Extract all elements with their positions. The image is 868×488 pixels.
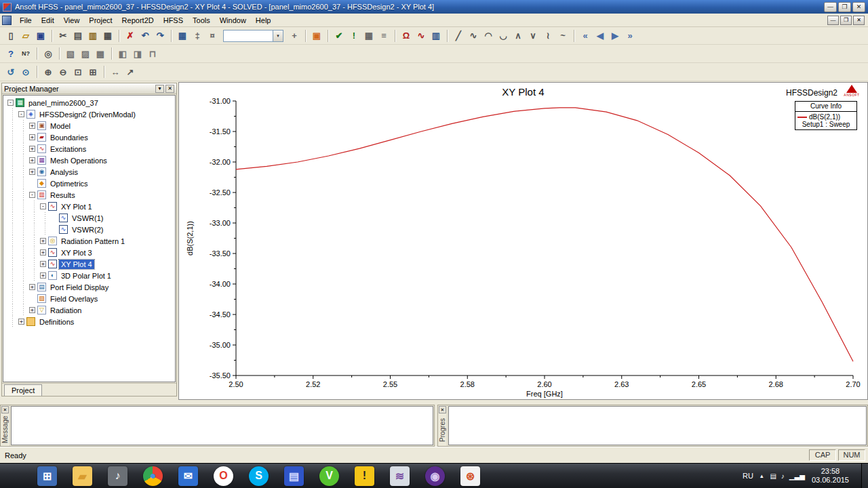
tree-item-excitations[interactable]: Excitations xyxy=(48,144,88,154)
tray-clock[interactable]: 23:58 03.06.2015 xyxy=(812,467,849,485)
next-icon[interactable]: ▶ xyxy=(608,28,623,43)
expand-icon[interactable]: + xyxy=(29,123,35,129)
expand-icon[interactable]: + xyxy=(29,146,35,152)
line-style-3-icon[interactable]: ◠ xyxy=(481,28,496,43)
tree-item-model[interactable]: Model xyxy=(48,121,73,131)
close-button[interactable]: ✕ xyxy=(852,2,865,12)
unite-icon[interactable]: ▧ xyxy=(63,47,78,61)
intersect-icon[interactable]: ▩ xyxy=(93,47,108,61)
taskbar-folder-icon[interactable]: ▰ xyxy=(73,466,92,486)
subtract-icon[interactable]: ▨ xyxy=(78,47,93,61)
tray-network-icon[interactable]: ▁▃▅ xyxy=(789,472,805,480)
save-icon[interactable]: ▣ xyxy=(33,28,48,43)
paste-icon[interactable]: ▥ xyxy=(85,28,100,43)
line-style-1-icon[interactable]: ╱ xyxy=(451,28,466,43)
tree-item-analysis[interactable]: Analysis xyxy=(48,167,80,177)
menu-report2d[interactable]: Report2D xyxy=(117,14,159,26)
collapse-icon[interactable]: - xyxy=(18,111,24,117)
expand-icon[interactable]: + xyxy=(29,284,35,290)
report-icon[interactable]: ▥ xyxy=(429,28,443,43)
taskbar-skype-icon[interactable]: S xyxy=(249,466,269,486)
last-icon[interactable]: » xyxy=(623,28,637,43)
orbit-view-icon[interactable]: ⊙ xyxy=(18,65,33,79)
taskbar-mail-icon[interactable]: ✉ xyxy=(178,466,198,486)
whats-this-icon[interactable]: N? xyxy=(18,47,33,61)
tree-item-field-overlays[interactable]: Field Overlays xyxy=(48,294,100,304)
expand-icon[interactable]: + xyxy=(40,238,46,244)
analyze-icon[interactable]: ! xyxy=(347,28,361,43)
tree-item-xy-plot-3[interactable]: XY Plot 3 xyxy=(59,248,94,258)
mdi-close-button[interactable]: ✕ xyxy=(853,16,865,25)
snap-icon[interactable]: ‡ xyxy=(190,28,205,43)
tree-item-port-field-display[interactable]: Port Field Display xyxy=(48,283,111,292)
prev-icon[interactable]: ◀ xyxy=(593,28,608,43)
collapse-icon[interactable]: - xyxy=(7,100,14,106)
tree-item-definitions[interactable]: Definitions xyxy=(37,317,76,327)
tree-item-vswr-2[interactable]: VSWR(2) xyxy=(70,225,105,235)
tree-item-panel-mimo2600-37[interactable]: panel_mimo2600_37 xyxy=(26,98,100,108)
tree-item-mesh-operations[interactable]: Mesh Operations xyxy=(48,156,109,165)
message-content[interactable] xyxy=(11,406,433,445)
coordinate-system-icon[interactable]: + xyxy=(287,28,302,43)
taskbar-save-icon[interactable]: ▤ xyxy=(284,466,304,486)
panel-close-icon[interactable]: ✕ xyxy=(165,85,174,93)
mdi-restore-button[interactable]: ❐ xyxy=(840,16,852,25)
tree-item-xy-plot-4[interactable]: XY Plot 4 xyxy=(59,260,94,269)
tab-project[interactable]: Project xyxy=(4,384,42,396)
plot-legend[interactable]: Curve Info dB(S(2,1)) Setup1 : Sweep xyxy=(795,101,857,130)
menu-file[interactable]: File xyxy=(15,14,37,26)
pointer-icon[interactable]: ↗ xyxy=(123,65,138,79)
combo-dropdown-icon[interactable]: ▼ xyxy=(273,30,283,42)
copy-icon[interactable]: ▤ xyxy=(71,28,85,43)
expand-icon[interactable]: + xyxy=(29,307,35,313)
impedance-icon[interactable]: Ω xyxy=(399,28,414,43)
duplicate-icon[interactable]: ◨ xyxy=(130,47,145,61)
line-style-5-icon[interactable]: ∧ xyxy=(511,28,526,43)
split-icon[interactable]: ◧ xyxy=(115,47,130,61)
taskbar-purple-app-icon[interactable]: ◉ xyxy=(425,466,445,486)
maximize-button[interactable]: ❐ xyxy=(838,2,851,12)
redo-icon[interactable]: ↷ xyxy=(153,28,167,43)
open-folder-icon[interactable]: ▱ xyxy=(18,28,33,43)
tray-volume-icon[interactable]: ♪ xyxy=(781,472,785,480)
minimize-button[interactable]: — xyxy=(824,2,837,12)
tree-item-vswr-1[interactable]: VSWR(1) xyxy=(70,214,105,223)
taskbar-palette-icon[interactable]: ⊛ xyxy=(460,466,480,486)
tree-item-boundaries[interactable]: Boundaries xyxy=(48,133,90,142)
tree-item-results[interactable]: Results xyxy=(48,190,77,200)
properties-icon[interactable]: ▦ xyxy=(175,28,190,43)
expand-icon[interactable]: + xyxy=(40,249,46,256)
hidden-icons-chevron[interactable]: ▴ xyxy=(760,472,764,479)
language-indicator[interactable]: RU xyxy=(743,472,753,480)
taskbar-volume-icon[interactable]: ♪ xyxy=(108,466,127,486)
solution-setup-icon[interactable]: ▣ xyxy=(309,28,324,43)
zoom-fit-icon[interactable]: ⊡ xyxy=(71,65,85,79)
line-style-2-icon[interactable]: ∿ xyxy=(466,28,481,43)
taskbar-warning-icon[interactable]: ! xyxy=(355,466,374,486)
expand-icon[interactable]: + xyxy=(18,319,24,325)
pan-icon[interactable]: ↔ xyxy=(108,65,123,79)
profile-icon[interactable]: ≡ xyxy=(376,28,391,43)
menu-hfss[interactable]: HFSS xyxy=(159,14,188,26)
tree-item-optimetrics[interactable]: Optimetrics xyxy=(48,179,90,188)
tree-item-radiation[interactable]: Radiation xyxy=(48,306,83,315)
tree-item-3d-polar-plot-1[interactable]: 3D Polar Plot 1 xyxy=(59,271,113,281)
delete-icon[interactable]: ✗ xyxy=(123,28,138,43)
menu-view[interactable]: View xyxy=(59,14,85,26)
collapse-icon[interactable]: - xyxy=(29,192,35,198)
material-combo[interactable]: ▼ xyxy=(223,30,283,42)
taskbar-green-app-icon[interactable]: V xyxy=(319,466,339,486)
menu-help[interactable]: Help xyxy=(251,14,276,26)
expand-icon[interactable]: + xyxy=(29,157,35,163)
menu-edit[interactable]: Edit xyxy=(37,14,59,26)
progress-close-icon[interactable]: ✕ xyxy=(439,406,446,413)
taskbar-explorer-icon[interactable]: ⊞ xyxy=(37,466,57,486)
tree-item-hfssdesign2-drivenmodal[interactable]: HFSSDesign2 (DrivenModal) xyxy=(37,110,138,119)
cut-icon[interactable]: ✂ xyxy=(56,28,71,43)
mdi-minimize-button[interactable]: — xyxy=(827,16,839,25)
progress-content[interactable] xyxy=(448,406,867,445)
results-icon[interactable]: ∿ xyxy=(414,28,429,43)
expand-icon[interactable]: + xyxy=(29,134,35,140)
first-icon[interactable]: « xyxy=(578,28,593,43)
expand-icon[interactable]: + xyxy=(40,261,46,267)
